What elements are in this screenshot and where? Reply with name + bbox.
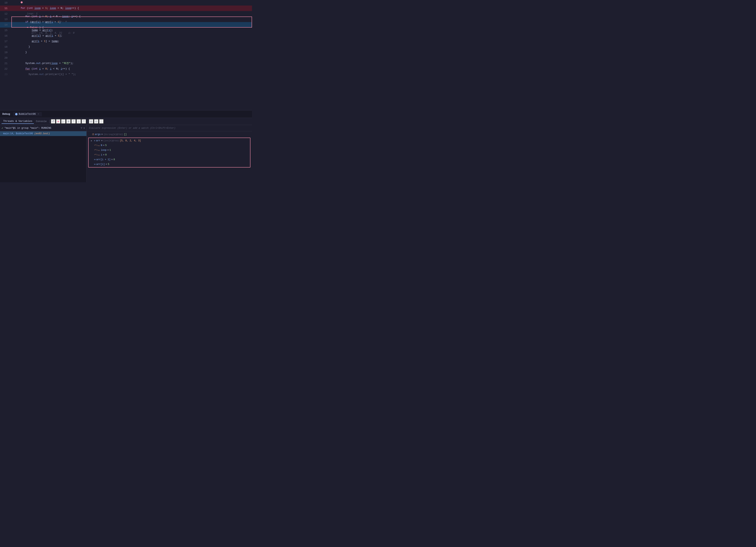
step-over-button[interactable]: ⇡ (71, 119, 76, 124)
variables-panel: Evaluate expression (Enter) or add a wat… (87, 125, 252, 182)
var-name-arr-i1: arr[i + 1] (96, 158, 110, 161)
var-value-arr: [5, 8, 2, 4, 3] (120, 139, 141, 142)
var-item-arr-i1: ∞ arr[i + 1] = 8 (89, 157, 250, 162)
debug-panel: Debug BubbleTest06 × Threads & Variables… (0, 110, 252, 182)
var-equals-loop: = (107, 149, 109, 152)
variable-list: Ⓟ args = {String[0]@732} [] ▶ ≡ arr = {i… (87, 131, 252, 169)
var-value-loop: 1 (109, 149, 111, 152)
debug-content: ✓ "main"@1 in group "main": RUNNING ▽ ∨ … (0, 125, 252, 182)
var-value-args: [] (124, 133, 127, 136)
code-content-23: System.out.print(arr[i] + " "); (10, 72, 252, 77)
line-num-16: 16 (0, 34, 10, 37)
thread-dropdown-icon[interactable]: ∨ (83, 127, 85, 130)
line-num-10: 10 (0, 1, 10, 4)
var-item-arr-i: ∞ arr[i] = 5 (89, 162, 250, 167)
line-num-19: 19 (0, 51, 10, 54)
debug-title-bar: Debug BubbleTest06 × (0, 110, 252, 118)
var-item-n: ¹⁰⁄₀₁ N = 5 (89, 143, 250, 148)
bubble-test-tab[interactable]: BubbleTest06 × (13, 112, 42, 116)
bubble-tab-label: BubbleTest06 (19, 113, 36, 116)
var-expand-arr[interactable]: ▶ (91, 140, 93, 142)
thread-name: "main"@1 in group "main": RUNNING (4, 127, 81, 130)
var-red-outline-box: ▶ ≡ arr = {int[5]@733} [5, 8, 2, 4, 3] ¹… (88, 138, 250, 168)
code-line-23: 23 System.out.print(arr[i] + " "); (0, 72, 252, 77)
line-num-23: 23 (0, 73, 10, 76)
var-equals-n: = (103, 144, 104, 147)
var-name-arr: arr (96, 139, 100, 142)
var-type-arr: ≡ (94, 140, 95, 142)
resume-button[interactable]: ▷ (61, 119, 66, 124)
editor-area: 10 11 for (int loop = 1; loop < N; loop+… (0, 0, 252, 110)
var-item-loop: ¹⁰⁄₀₁ loop = 1 (89, 148, 250, 153)
code-line-19: 19 } (0, 50, 252, 55)
code-line-22: 22 for (int i = 0; i < N; i++) { (0, 66, 252, 72)
var-equals-arr: = (101, 139, 103, 142)
var-type-arr-i: ∞ (94, 163, 95, 166)
var-name-loop: loop (101, 149, 107, 152)
line-num-18: 18 (0, 45, 10, 48)
debug-toolbar: Threads & Variables Console ↺ ■ ▷ ⏸ ⇡ ⇣ … (0, 118, 252, 125)
stop-button[interactable]: ■ (56, 119, 61, 124)
threads-panel: ✓ "main"@1 in group "main": RUNNING ▽ ∨ … (0, 125, 87, 182)
step-into-button[interactable]: ⇣ (76, 119, 81, 124)
var-name-args: args (95, 133, 101, 136)
var-item-i: ¹⁰⁄₀₁ i = 0 (89, 153, 250, 157)
line-num-12: 12 (0, 12, 10, 15)
line-num-14: 14 (0, 23, 10, 26)
line-num-13: 13 (0, 18, 10, 21)
var-item-args: Ⓟ args = {String[0]@732} [] (87, 132, 252, 137)
eval-bar: Evaluate expression (Enter) or add a wat… (87, 125, 252, 131)
var-value-arr-i1: 8 (113, 158, 115, 161)
clear-button[interactable]: ⊘ (94, 119, 99, 124)
line-num-11: 11 (0, 7, 10, 10)
var-type-i: ¹⁰⁄₀₁ (94, 154, 100, 156)
var-value-arr-i: 5 (108, 163, 109, 166)
var-name-arr-i: arr[i] (96, 163, 105, 166)
reload-button[interactable]: ↺ (51, 119, 56, 124)
var-name-n: N (101, 144, 102, 147)
var-item-arr: ▶ ≡ arr = {int[5]@733} [5, 8, 2, 4, 3] (89, 138, 250, 143)
eval-text[interactable]: Evaluate expression (Enter) or add a wat… (89, 127, 175, 130)
var-ref-arr: {int[5]@733} (103, 140, 119, 142)
thread-check-icon: ✓ (2, 126, 3, 130)
debug-label: Debug (2, 113, 10, 116)
var-type-arr-i1: ∞ (94, 158, 95, 161)
toolbar-separator-1 (49, 120, 50, 123)
var-name-i: i (101, 154, 102, 156)
var-equals-i: = (103, 154, 104, 156)
thread-header: ✓ "main"@1 in group "main": RUNNING ▽ ∨ (0, 125, 86, 131)
stack-item-text: main:14, BubbleTest06 (ex03.test) (3, 132, 50, 135)
var-value-n: 5 (105, 144, 107, 147)
var-type-n: ¹⁰⁄₀₁ (94, 144, 100, 147)
bubble-tab-close[interactable]: × (37, 113, 40, 116)
console-tab[interactable]: Console (34, 119, 48, 124)
var-type-args: Ⓟ (92, 133, 94, 136)
var-equals-args: = (101, 133, 103, 136)
var-type-loop: ¹⁰⁄₀₁ (94, 149, 100, 151)
pause-button[interactable]: ⏸ (66, 119, 71, 124)
threads-vars-tab[interactable]: Threads & Variables (2, 119, 34, 124)
step-out-button[interactable]: ⇡ (82, 119, 86, 124)
line-num-15: 15 (0, 29, 10, 32)
line-num-21: 21 (0, 62, 10, 65)
var-ref-args: {String[0]@732} (104, 133, 123, 136)
thread-filter-icon[interactable]: ▽ (81, 127, 82, 130)
var-value-i: 0 (105, 154, 107, 156)
stack-frame-item[interactable]: main:14, BubbleTest06 (ex03.test) (0, 131, 86, 136)
var-equals-arr-i1: = (111, 158, 113, 161)
more-button[interactable]: ⋮ (99, 119, 104, 124)
toolbar-separator-2 (87, 120, 88, 123)
line-num-17: 17 (0, 40, 10, 43)
line-num-22: 22 (0, 68, 10, 70)
var-equals-arr-i: = (106, 163, 107, 166)
mute-button[interactable]: ⊘ (89, 119, 94, 124)
bubble-tab-icon (15, 113, 18, 115)
line-num-20: 20 (0, 56, 10, 59)
